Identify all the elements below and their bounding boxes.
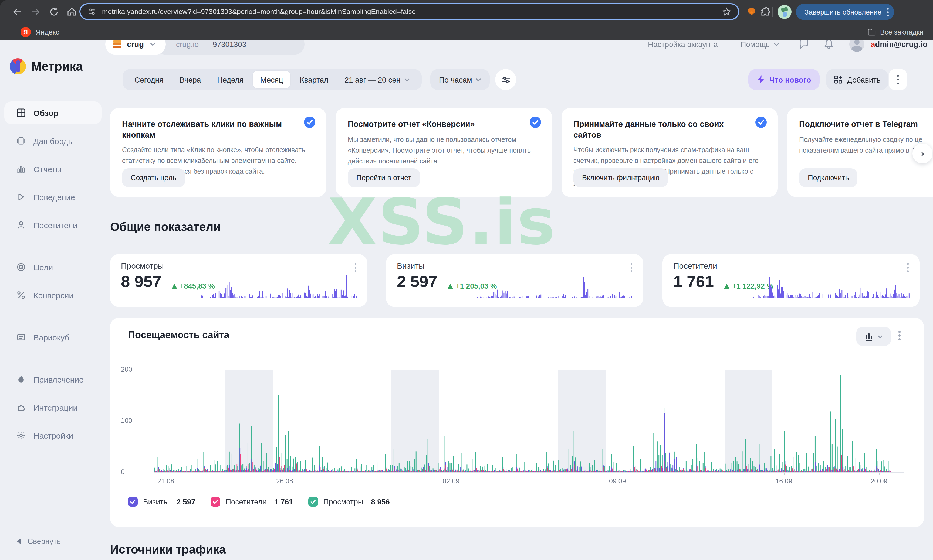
bookmark-star-icon[interactable] <box>722 7 732 17</box>
metric-menu-button[interactable] <box>907 263 909 274</box>
legend-visitors[interactable]: Посетители 1 761 <box>211 497 293 506</box>
extensions-puzzle-icon[interactable] <box>760 6 771 17</box>
tab-quarter[interactable]: Квартал <box>292 71 336 88</box>
create-goal-button[interactable]: Создать цель <box>122 168 185 187</box>
metric-menu-button[interactable] <box>630 263 632 274</box>
sidebar-item-overview[interactable]: Обзор <box>4 102 102 124</box>
yandex-bookmark[interactable]: Яндекс <box>35 28 59 36</box>
date-range-picker[interactable]: 21 авг — 20 сен <box>337 71 417 88</box>
account-settings-link[interactable]: Настройка аккаунта <box>648 40 718 49</box>
visits-sparkline <box>477 272 633 298</box>
sidebar-item-goals[interactable]: Цели <box>4 256 102 278</box>
behavior-play-icon <box>16 192 26 202</box>
address-bar[interactable]: metrika.yandex.ru/overview?id=97301303&p… <box>79 3 739 20</box>
sidebar-item-variocube[interactable]: Вариокуб <box>4 326 102 349</box>
site-controls-icon[interactable] <box>87 7 97 17</box>
check-badge-icon <box>530 117 541 128</box>
toolbar-menu-button[interactable] <box>889 69 907 90</box>
legend-visits[interactable]: Визиты 2 597 <box>128 497 196 506</box>
forward-icon[interactable] <box>30 6 41 17</box>
metric-card-views: Просмотры 8 957 +845,83 % <box>110 254 367 307</box>
views-checkbox[interactable] <box>308 497 318 506</box>
grouping-select[interactable]: По часам <box>430 69 490 90</box>
chevron-down-icon <box>877 334 883 339</box>
promo-card-telegram: Подключите отчет в Telegram Получайте еж… <box>787 108 933 197</box>
legend-views[interactable]: Просмотры 8 956 <box>308 497 390 506</box>
conversions-percent-icon <box>16 290 26 300</box>
bell-icon[interactable] <box>823 39 834 50</box>
reports-bars-icon <box>16 164 26 174</box>
chart-legend: Визиты 2 597 Посетители 1 761 Просмотры … <box>128 497 390 506</box>
promo-title: Подключите отчет в Telegram <box>799 119 933 129</box>
divider <box>772 7 773 17</box>
url-text: metrika.yandex.ru/overview?id=97301303&p… <box>102 8 722 15</box>
divider <box>860 27 860 37</box>
metamask-icon[interactable] <box>746 6 757 17</box>
section-title-overview: Общие показатели <box>110 220 221 234</box>
sidebar-collapse-button[interactable]: Свернуть <box>16 537 61 545</box>
sidebar-item-dashboards[interactable]: Дашборды <box>4 129 102 152</box>
metrika-logo-icon <box>10 58 26 74</box>
chart-type-select[interactable] <box>856 327 891 346</box>
counter-id: — 97301303 <box>203 40 246 49</box>
browser-profile-avatar[interactable] <box>777 5 791 19</box>
sidebar-item-conversions[interactable]: Конверсии <box>4 284 102 306</box>
sidebar-item-behavior[interactable]: Поведение <box>4 186 102 208</box>
tab-yesterday[interactable]: Вчера <box>172 71 208 88</box>
sidebar-item-settings[interactable]: Настройки <box>4 424 102 447</box>
enable-filtering-button[interactable]: Включить фильтрацию <box>574 168 668 187</box>
all-bookmarks-folder-icon[interactable] <box>867 28 876 37</box>
sliders-icon <box>501 75 510 85</box>
add-widget-icon <box>834 75 843 84</box>
help-menu[interactable]: Помощь <box>740 40 779 49</box>
metrika-dashboard: crug crug.io — 97301303 Настройка аккаун… <box>0 0 933 560</box>
reload-icon[interactable] <box>49 6 59 17</box>
counter-domain: crug.io <box>176 40 199 49</box>
traffic-bars-canvas[interactable] <box>154 348 891 472</box>
segment-filter-button[interactable] <box>495 69 516 90</box>
promo-card-conversions: Посмотрите отчет «Конверсии» Мы заметили… <box>336 108 552 197</box>
yandex-bookmark-icon[interactable]: Я <box>20 27 31 37</box>
finish-update-button[interactable]: Завершить обновление <box>796 4 894 20</box>
tab-today[interactable]: Сегодня <box>127 71 171 88</box>
sidebar-item-attraction[interactable]: Привлечение <box>4 368 102 391</box>
sidebar-item-reports[interactable]: Отчеты <box>4 157 102 180</box>
promo-carousel-next-button[interactable]: › <box>913 143 933 163</box>
metric-value: 1 761 <box>673 272 714 291</box>
period-tabs: Сегодня Вчера Неделя Месяц Квартал 21 ав… <box>123 69 421 90</box>
add-button[interactable]: Добавить <box>826 69 888 90</box>
chevron-down-icon <box>773 42 779 47</box>
section-title-sources: Источники трафика <box>110 543 226 557</box>
browser-menu-icon[interactable] <box>887 8 888 16</box>
collapse-arrow-icon <box>16 538 21 544</box>
home-icon[interactable] <box>66 6 77 17</box>
metric-label: Просмотры <box>121 261 164 270</box>
chart-title: Посещаемость сайта <box>128 330 230 341</box>
chart-menu-button[interactable] <box>898 331 900 342</box>
tab-month-selected[interactable]: Месяц <box>252 70 291 89</box>
promo-card-click-goals: Начните отслеживать клики по важным кноп… <box>110 108 326 197</box>
delta-up-icon <box>724 284 729 289</box>
back-icon[interactable] <box>12 6 23 17</box>
sidebar-item-integrations[interactable]: Интеграции <box>4 396 102 418</box>
chat-icon[interactable] <box>798 39 809 50</box>
metric-menu-button[interactable] <box>355 263 356 274</box>
all-bookmarks[interactable]: Все закладки <box>880 28 924 36</box>
tab-week[interactable]: Неделя <box>210 71 251 88</box>
sidebar-item-visitors[interactable]: Посетители <box>4 214 102 236</box>
settings-gear-icon <box>16 431 26 440</box>
views-sparkline <box>201 272 358 298</box>
metrika-brand[interactable]: Метрика <box>10 58 83 74</box>
variocube-card-icon <box>16 332 26 342</box>
bookmarks-bar: Я Яндекс Все закладки <box>0 24 933 40</box>
integrations-puzzle-icon <box>16 403 26 412</box>
user-email[interactable]: admin@crug.io <box>871 40 927 49</box>
visitors-sparkline <box>753 272 910 298</box>
visitors-checkbox[interactable] <box>211 497 220 506</box>
metric-label: Визиты <box>397 261 425 270</box>
connect-telegram-button[interactable]: Подключить <box>799 168 858 187</box>
metric-label: Посетители <box>673 261 717 270</box>
whats-new-button[interactable]: Что нового <box>748 69 820 90</box>
bar-chart-icon <box>864 332 874 341</box>
visits-checkbox[interactable] <box>128 497 138 506</box>
